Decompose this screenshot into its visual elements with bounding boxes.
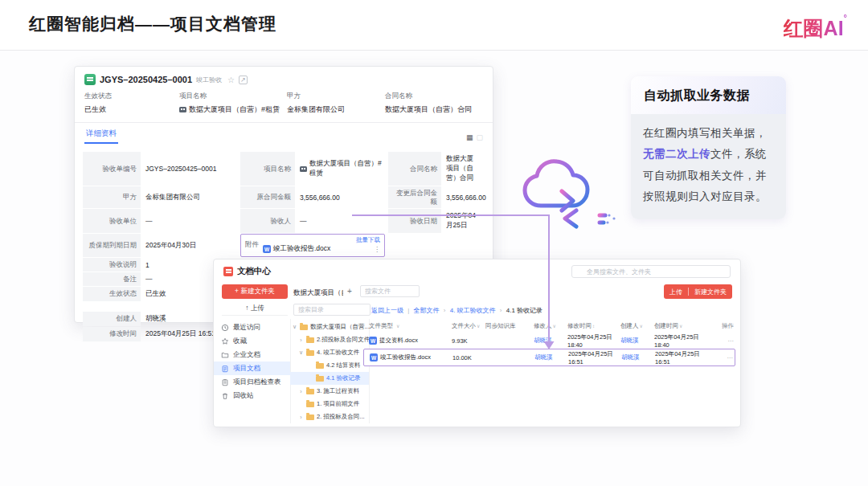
field-label: 生效状态 <box>84 92 179 101</box>
more-actions-icon[interactable]: ⋮ <box>374 246 380 253</box>
column-header[interactable]: 创建人∨ <box>620 322 654 330</box>
breadcrumb-back-link[interactable]: 返回上一级 <box>371 307 403 314</box>
favorite-star-icon[interactable]: ☆ <box>227 76 235 84</box>
caret-icon[interactable]: › <box>298 415 304 420</box>
sidebar-item-project-docs[interactable]: 项目文档 <box>214 361 290 375</box>
column-header[interactable]: 修改人∨ <box>534 322 567 330</box>
sidebar-item-archive-checklist[interactable]: 项目归档检查表 <box>214 375 290 389</box>
column-header[interactable]: 同步知识库 <box>485 322 534 330</box>
tree-item-label: 3. 施工过程资料 <box>317 387 359 395</box>
brand-logo-mark: ° <box>844 13 847 22</box>
attachment-file-name[interactable]: 竣工验收报告.docx <box>273 244 330 254</box>
column-header[interactable]: 修改时间↕ <box>567 322 620 330</box>
modifier-link[interactable]: 胡晓溪 <box>534 353 568 361</box>
top-upload-button[interactable]: 上传 <box>664 288 688 296</box>
field-label: 项目名称 <box>240 152 295 186</box>
view-toggle-icons: ▦▢ <box>466 133 483 144</box>
sort-icon[interactable]: ↕ <box>592 324 595 329</box>
add-tab-button[interactable]: + <box>347 287 352 296</box>
column-header[interactable]: 文件大小∨ <box>452 322 485 330</box>
contract-link[interactable]: 数据大厦项目（自营）合同 <box>385 104 483 115</box>
table-row[interactable]: W提交资料.docx 9.93K 胡晓溪 2025年04月25日 18:40 胡… <box>363 333 735 349</box>
tree-item[interactable]: ›2.招投标及合同文件 <box>290 333 369 346</box>
document-number: JGYS–20250425–0001 <box>100 75 192 84</box>
document-center-window: 文档中心 + 新建文件夹 ↑ 上传 数据大厦项目（自营... + 上传 新建文件… <box>213 259 741 427</box>
field-value[interactable]: 数据大厦项目（自营）#租赁 <box>179 104 287 115</box>
field-value[interactable]: 数据大厦项目（自营）#租赁 <box>295 152 388 186</box>
sidebar-item-label: 最近访问 <box>233 323 260 333</box>
table-row-highlighted[interactable]: W竣工验收报告.docx 10.00K 胡晓溪 2025年04月25日 16:5… <box>363 349 735 366</box>
attachment-content: 批量下载 W 竣工验收报告.docx ⋮ <box>263 236 380 254</box>
creator-link[interactable]: 胡晓溪 <box>620 337 654 345</box>
open-external-icon[interactable]: ↗ <box>239 76 248 84</box>
table-header-row: 文件类型∨ 文件大小∨ 同步知识库 修改人∨ 修改时间↕ 创建人∨ 创建时间∨ … <box>363 319 735 333</box>
empty-cell <box>385 234 485 257</box>
column-header[interactable]: 文件类型∨ <box>369 322 452 330</box>
tab-details[interactable]: 详细资料 <box>84 127 118 144</box>
attachment-file[interactable]: W 竣工验收报告.docx ⋮ <box>263 244 380 254</box>
card-view-icon[interactable]: ▢ <box>476 133 483 141</box>
sort-caret-icon[interactable]: ∨ <box>640 324 643 329</box>
row-actions-icon[interactable]: ··· <box>714 354 735 361</box>
sort-caret-icon[interactable]: ∨ <box>553 324 556 329</box>
caret-icon[interactable]: › <box>298 337 304 343</box>
tree-item[interactable]: ∨4. 竣工验收文件 <box>290 346 369 359</box>
callout-text: 在红圈内填写相关单据， <box>643 127 767 139</box>
tree-item-label: 1. 项目前期文件 <box>317 400 359 408</box>
folder-icon <box>306 350 314 356</box>
project-link[interactable]: 数据大厦项目（自营）#租赁 <box>189 104 280 115</box>
new-folder-button[interactable]: + 新建文件夹 <box>222 284 288 299</box>
folder-icon <box>300 325 308 330</box>
detail-row-attachment: 质保期到期日期 2025年04月30日 附件 批量下载 W 竣工验收报告.doc… <box>83 234 485 257</box>
sort-caret-icon[interactable]: ∨ <box>396 323 399 329</box>
sidebar-item-label: 项目文档 <box>233 364 260 374</box>
breadcrumb-link[interactable]: 4. 竣工验收文件 <box>450 307 496 314</box>
modifier-link[interactable]: 胡晓溪 <box>534 337 567 345</box>
company-link[interactable]: 金标集团有限公司 <box>287 104 385 115</box>
file-table: 文件类型∨ 文件大小∨ 同步知识库 修改人∨ 修改时间↕ 创建人∨ 创建时间∨ … <box>363 319 735 366</box>
brand-logo-text: 红圈AI <box>784 17 844 39</box>
sidebar-item-recent[interactable]: 最近访问 <box>214 321 290 334</box>
tree-item[interactable]: 1. 项目前期文件 <box>290 398 369 410</box>
sidebar-item-favorites[interactable]: 收藏 <box>214 334 290 348</box>
grid-view-icon[interactable]: ▦ <box>466 133 473 141</box>
batch-download-link[interactable]: 批量下载 <box>356 236 380 243</box>
folder-icon <box>306 337 314 343</box>
callout-title: 自动抓取业务数据 <box>631 76 786 114</box>
summary-field: 生效状态 已生效 <box>84 92 179 115</box>
caret-icon[interactable]: › <box>298 389 304 394</box>
project-tab[interactable]: 数据大厦项目（自营... <box>293 288 343 298</box>
sort-caret-icon[interactable]: ∨ <box>679 324 682 329</box>
trash-icon <box>221 392 229 400</box>
tree-item-root[interactable]: ∨数据大厦项目（自营... <box>290 321 369 333</box>
company-link[interactable]: 金标集团有限公司 <box>141 186 240 208</box>
creator-link[interactable]: 胡晓溪 <box>621 353 655 361</box>
search-directory-input[interactable] <box>293 304 371 316</box>
project-icon <box>179 107 186 112</box>
tree-item[interactable]: ›3. 施工过程资料 <box>290 385 369 398</box>
file-name[interactable]: 竣工验收报告.docx <box>380 353 431 361</box>
project-link[interactable]: 数据大厦项目（自营）#租赁 <box>309 159 383 178</box>
field-label: 原合同金额 <box>240 186 295 208</box>
caret-icon[interactable]: ∨ <box>298 349 304 356</box>
search-file-input[interactable] <box>360 285 420 297</box>
breadcrumb-separator: › <box>500 307 502 314</box>
sort-caret-icon[interactable]: ∨ <box>477 324 480 329</box>
file-name[interactable]: 提交资料.docx <box>379 337 418 345</box>
tree-item[interactable]: ›2. 招投标及合同... <box>290 410 369 423</box>
caret-icon[interactable]: ∨ <box>292 324 297 330</box>
contract-link[interactable]: 数据大厦项目（自营）合同 <box>441 152 485 186</box>
top-new-folder-button[interactable]: 新建文件夹 <box>689 288 732 296</box>
created-time: 2025年04月25日 16:51 <box>655 350 714 366</box>
document-center-title: 文档中心 <box>237 266 271 277</box>
tree-item-selected[interactable]: 4.1 验收记录 <box>290 372 369 385</box>
upload-button[interactable]: ↑ 上传 <box>222 302 288 316</box>
sidebar-item-recycle-bin[interactable]: 回收站 <box>214 389 290 402</box>
attachment-highlight-box: 附件 批量下载 W 竣工验收报告.docx ⋮ <box>240 234 385 257</box>
global-search-input[interactable] <box>571 265 731 278</box>
column-header[interactable]: 创建时间∨ <box>654 322 714 330</box>
breadcrumb-link[interactable]: 全部文件 <box>414 307 440 314</box>
sidebar-item-enterprise-docs[interactable]: 企业文档 <box>214 348 290 361</box>
row-actions-icon[interactable]: ··· <box>714 337 735 345</box>
tree-item[interactable]: 4.2 结算资料 <box>290 359 369 372</box>
